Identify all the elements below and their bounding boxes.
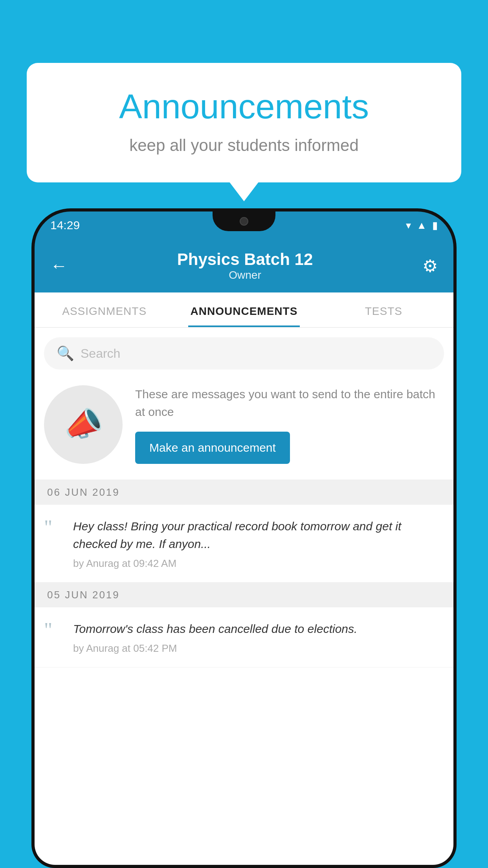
content-area: 🔍 Search 📣 These are messages you want t… — [35, 328, 453, 865]
announcement-text-2: Tomorrow's class has been cancelled due … — [73, 620, 357, 638]
search-bar[interactable]: 🔍 Search — [44, 337, 444, 370]
announcement-text-1: Hey class! Bring your practical record b… — [73, 517, 444, 553]
speech-bubble-title: Announcements — [58, 86, 430, 127]
announcement-item-2: " Tomorrow's class has been cancelled du… — [35, 607, 453, 668]
status-bar: 14:29 ▾ ▲ ▮ — [35, 211, 453, 239]
phone-frame: 14:29 ▾ ▲ ▮ ← Physics Batch 12 Owner ⚙ A… — [31, 208, 457, 868]
app-bar-subtitle: Owner — [177, 269, 313, 281]
empty-state-description: These are messages you want to send to t… — [135, 385, 444, 421]
camera-dot — [240, 217, 248, 226]
signal-icon: ▲ — [416, 219, 427, 232]
app-bar: ← Physics Batch 12 Owner ⚙ — [35, 239, 453, 292]
announcement-content-2: Tomorrow's class has been cancelled due … — [73, 620, 357, 655]
tab-announcements[interactable]: ANNOUNCEMENTS — [174, 292, 314, 327]
wifi-icon: ▾ — [406, 219, 411, 232]
gear-icon[interactable]: ⚙ — [422, 256, 438, 276]
empty-state: 📣 These are messages you want to send to… — [35, 370, 453, 480]
app-bar-title: Physics Batch 12 — [177, 250, 313, 269]
status-time: 14:29 — [50, 219, 80, 232]
announcement-content-1: Hey class! Bring your practical record b… — [73, 517, 444, 570]
search-icon: 🔍 — [57, 345, 74, 362]
tab-tests[interactable]: TESTS — [314, 292, 453, 327]
status-icons: ▾ ▲ ▮ — [406, 219, 438, 232]
quote-icon-2: " — [44, 620, 64, 640]
tabs-bar: ASSIGNMENTS ANNOUNCEMENTS TESTS — [35, 292, 453, 328]
announcement-meta-2: by Anurag at 05:42 PM — [73, 642, 357, 655]
notch — [213, 211, 275, 231]
search-placeholder: Search — [81, 346, 120, 361]
announcement-meta-1: by Anurag at 09:42 AM — [73, 557, 444, 570]
date-separator-1: 06 JUN 2019 — [35, 480, 453, 505]
announcement-item-1: " Hey class! Bring your practical record… — [35, 505, 453, 583]
speech-bubble-wrapper: Announcements keep all your students inf… — [27, 63, 461, 182]
back-button[interactable]: ← — [50, 256, 68, 276]
make-announcement-button[interactable]: Make an announcement — [135, 432, 290, 464]
phone-inner: 14:29 ▾ ▲ ▮ ← Physics Batch 12 Owner ⚙ A… — [35, 211, 453, 865]
megaphone-icon: 📣 — [61, 403, 106, 446]
empty-state-text: These are messages you want to send to t… — [135, 385, 444, 464]
speech-bubble-subtitle: keep all your students informed — [58, 136, 430, 155]
tab-assignments[interactable]: ASSIGNMENTS — [35, 292, 174, 327]
app-bar-center: Physics Batch 12 Owner — [177, 250, 313, 281]
megaphone-circle: 📣 — [44, 385, 123, 464]
date-separator-2: 05 JUN 2019 — [35, 583, 453, 607]
speech-bubble: Announcements keep all your students inf… — [27, 63, 461, 182]
quote-icon-1: " — [44, 517, 64, 538]
battery-icon: ▮ — [432, 219, 438, 232]
